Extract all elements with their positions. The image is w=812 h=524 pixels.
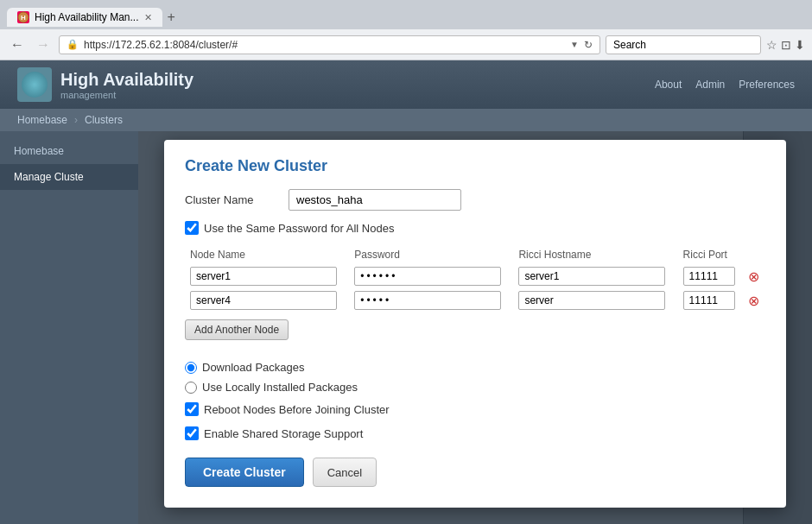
dialog-overlay: Create New Cluster Cluster Name Use the … — [138, 131, 812, 524]
lock-icon: 🔒 — [67, 39, 79, 50]
browser-chrome: H High Availability Man... ✕ + ← → 🔒 htt… — [0, 0, 812, 60]
app-header: High Availability management About Admin… — [0, 60, 812, 109]
download-packages-row: Download Packages — [185, 361, 765, 374]
same-password-label: Use the Same Password for All Nodes — [204, 222, 394, 235]
local-packages-radio[interactable] — [185, 382, 197, 394]
app-logo: High Availability management — [17, 67, 193, 102]
same-password-row: Use the Same Password for All Nodes — [185, 221, 765, 235]
bookmark-btn[interactable]: ☆ — [766, 38, 777, 52]
sidebar-item-homebase[interactable]: Homebase — [0, 138, 138, 164]
new-tab-btn[interactable]: + — [162, 8, 181, 27]
same-password-checkbox[interactable] — [185, 221, 199, 235]
dialog-buttons: Create Cluster Cancel — [185, 458, 765, 487]
node-remove-btn-1[interactable]: ⊗ — [748, 268, 759, 285]
node-name-input-1[interactable] — [190, 267, 337, 286]
node-password-input-2[interactable] — [354, 291, 501, 310]
col-node-name: Node Name — [185, 245, 349, 264]
cluster-name-label: Cluster Name — [185, 193, 289, 206]
app-nav: About Admin Preferences — [655, 79, 795, 91]
content-area: odes Joined Create New Cluster Cluster N… — [138, 131, 812, 524]
sidebar-item-manage-cluster[interactable]: Manage Cluste — [0, 164, 138, 190]
tab-close-btn[interactable]: ✕ — [144, 12, 152, 23]
cancel-button[interactable]: Cancel — [313, 458, 377, 487]
logo-inner — [22, 72, 48, 98]
download-packages-radio[interactable] — [185, 362, 197, 374]
download-btn[interactable]: ⬇ — [795, 38, 805, 52]
url-dropdown-icon: ▼ — [570, 40, 579, 49]
local-packages-label: Use Locally Installed Packages — [202, 381, 358, 394]
back-btn[interactable]: ← — [7, 35, 28, 55]
col-ricci-hostname: Ricci Hostname — [513, 245, 677, 264]
app-name: High Availability — [60, 70, 193, 90]
preferences-link[interactable]: Preferences — [739, 79, 795, 91]
tab-favicon: H — [17, 11, 29, 23]
table-row: ⊗ — [185, 264, 765, 288]
admin-link[interactable]: Admin — [695, 79, 725, 91]
node-hostname-input-1[interactable] — [518, 267, 665, 286]
app-logo-icon — [17, 67, 52, 102]
node-name-input-2[interactable] — [190, 291, 337, 310]
col-password: Password — [349, 245, 513, 264]
local-packages-row: Use Locally Installed Packages — [185, 381, 765, 394]
app-wrapper: High Availability management About Admin… — [0, 60, 812, 524]
table-row: ⊗ — [185, 288, 765, 313]
svg-text:H: H — [21, 14, 26, 22]
app-title: High Availability management — [60, 70, 193, 100]
add-node-button[interactable]: Add Another Node — [185, 319, 289, 340]
breadcrumb-clusters[interactable]: Clusters — [85, 114, 123, 126]
dialog-title: Create New Cluster — [185, 157, 765, 175]
sidebar: Homebase Manage Cluste — [0, 131, 138, 524]
col-ricci-port: Ricci Port — [678, 245, 743, 264]
node-password-input-1[interactable] — [354, 267, 501, 286]
reboot-nodes-row: Reboot Nodes Before Joining Cluster — [185, 402, 765, 416]
refresh-icon[interactable]: ↻ — [584, 39, 593, 51]
cluster-name-input[interactable] — [289, 189, 461, 211]
shared-storage-row: Enable Shared Storage Support — [185, 426, 765, 440]
breadcrumb-sep: › — [74, 114, 78, 126]
active-tab[interactable]: H High Availability Man... ✕ — [7, 8, 162, 27]
app-subtitle: management — [60, 90, 193, 100]
breadcrumb: Homebase › Clusters — [0, 109, 812, 131]
shared-storage-label: Enable Shared Storage Support — [204, 427, 363, 440]
forward-btn[interactable]: → — [33, 35, 54, 55]
node-remove-btn-2[interactable]: ⊗ — [748, 293, 759, 309]
node-port-input-1[interactable] — [683, 267, 735, 286]
tab-title: High Availability Man... — [35, 11, 139, 23]
create-cluster-button[interactable]: Create Cluster — [185, 458, 304, 487]
main-layout: Homebase Manage Cluste odes Joined Creat… — [0, 131, 812, 524]
breadcrumb-homebase[interactable]: Homebase — [17, 114, 67, 126]
shared-storage-checkbox[interactable] — [185, 426, 199, 440]
node-hostname-input-2[interactable] — [518, 291, 665, 310]
node-port-input-2[interactable] — [683, 291, 735, 310]
node-table: Node Name Password Ricci Hostname Ricci … — [185, 245, 765, 313]
browser-toolbar: ← → 🔒 https://172.25.62.1:8084/cluster/#… — [0, 29, 812, 60]
reader-btn[interactable]: ⊡ — [781, 38, 791, 52]
browser-actions: ☆ ⊡ ⬇ — [766, 38, 805, 52]
url-bar[interactable]: 🔒 https://172.25.62.1:8084/cluster/# ▼ ↻ — [59, 35, 600, 54]
reboot-nodes-label: Reboot Nodes Before Joining Cluster — [204, 403, 390, 416]
download-packages-label: Download Packages — [202, 361, 305, 374]
reboot-nodes-checkbox[interactable] — [185, 402, 199, 416]
browser-search-input[interactable] — [606, 35, 761, 54]
tab-bar: H High Availability Man... ✕ + — [0, 0, 812, 29]
url-text: https://172.25.62.1:8084/cluster/# — [84, 39, 565, 51]
create-cluster-dialog: Create New Cluster Cluster Name Use the … — [164, 140, 786, 508]
about-link[interactable]: About — [655, 79, 682, 91]
cluster-name-row: Cluster Name — [185, 189, 765, 211]
